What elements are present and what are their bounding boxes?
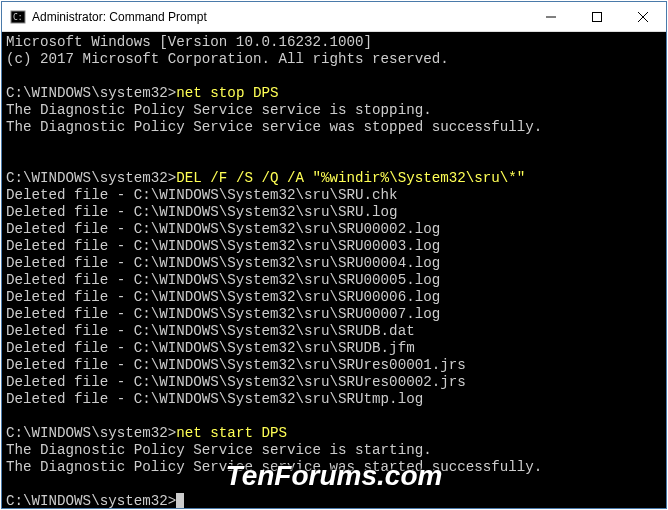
command-text: net start DPS [176,425,287,441]
output-line: Deleted file - C:\WINDOWS\System32\sru\S… [6,272,440,288]
output-line: The Diagnostic Policy Service service wa… [6,459,542,475]
app-icon: C: [10,9,26,25]
copyright-line: (c) 2017 Microsoft Corporation. All righ… [6,51,449,67]
prompt: C:\WINDOWS\system32> [6,493,176,508]
output-line: Deleted file - C:\WINDOWS\System32\sru\S… [6,323,415,339]
output-line: The Diagnostic Policy Service service is… [6,102,432,118]
version-line: Microsoft Windows [Version 10.0.16232.10… [6,34,372,50]
minimize-button[interactable] [528,2,574,32]
command-prompt-window: C: Administrator: Command Prompt Microso… [1,1,667,509]
prompt: C:\WINDOWS\system32> [6,425,176,441]
output-line: The Diagnostic Policy Service service wa… [6,119,542,135]
output-line: Deleted file - C:\WINDOWS\System32\sru\S… [6,306,440,322]
output-line: Deleted file - C:\WINDOWS\System32\sru\S… [6,238,440,254]
output-line: Deleted file - C:\WINDOWS\System32\sru\S… [6,255,440,271]
output-line: Deleted file - C:\WINDOWS\System32\sru\S… [6,357,466,373]
maximize-button[interactable] [574,2,620,32]
svg-rect-3 [593,13,602,22]
output-line: Deleted file - C:\WINDOWS\System32\sru\S… [6,289,440,305]
prompt: C:\WINDOWS\system32> [6,85,176,101]
window-controls [528,2,666,31]
command-text: DEL /F /S /Q /A "%windir%\System32\sru\*… [176,170,525,186]
svg-text:C:: C: [13,13,23,22]
output-line: The Diagnostic Policy Service service is… [6,442,432,458]
output-line: Deleted file - C:\WINDOWS\System32\sru\S… [6,391,423,407]
close-button[interactable] [620,2,666,32]
output-line: Deleted file - C:\WINDOWS\System32\sru\S… [6,187,398,203]
output-line: Deleted file - C:\WINDOWS\System32\sru\S… [6,221,440,237]
command-text: net stop DPS [176,85,278,101]
output-line: Deleted file - C:\WINDOWS\System32\sru\S… [6,374,466,390]
cursor [176,493,184,508]
prompt: C:\WINDOWS\system32> [6,170,176,186]
output-line: Deleted file - C:\WINDOWS\System32\sru\S… [6,340,415,356]
terminal-output[interactable]: Microsoft Windows [Version 10.0.16232.10… [2,32,666,508]
window-title: Administrator: Command Prompt [32,10,528,24]
output-line: Deleted file - C:\WINDOWS\System32\sru\S… [6,204,398,220]
titlebar[interactable]: C: Administrator: Command Prompt [2,2,666,32]
